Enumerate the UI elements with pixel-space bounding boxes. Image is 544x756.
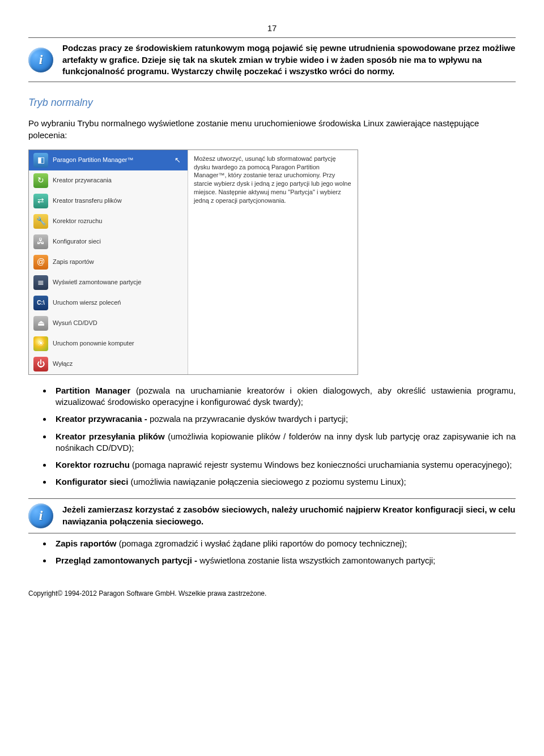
info-note-2: i Jeżeli zamierzasz korzystać z zasobów …	[28, 498, 516, 533]
list-item: Partition Manager (pozwala na uruchamian…	[52, 385, 516, 408]
page-number: 17	[28, 23, 516, 34]
info-note-1: i Podczas pracy ze środowiskiem ratunkow…	[28, 37, 516, 82]
cmd-icon: C:\	[33, 296, 48, 310]
eject-icon: ⏏	[33, 316, 48, 331]
intro-paragraph: Po wybraniu Trybu normalnego wyświetlone…	[28, 118, 516, 141]
menu-item-restore-wizard[interactable]: ↻ Kreator przywracania	[29, 170, 188, 191]
info-note-2-text: Jeżeli zamierzasz korzystać z zasobów si…	[62, 504, 516, 527]
menu-item-label: Zapis raportów	[53, 258, 94, 266]
menu-item-shutdown[interactable]: ⏻ Wyłącz	[29, 354, 188, 374]
menu-item-restart[interactable]: ☀ Uruchom ponownie komputer	[29, 334, 188, 354]
list-item: Zapis raportów (pomaga zgromadzić i wysł…	[52, 538, 516, 549]
list-item: Kreator przywracania - pozwala na przywr…	[52, 413, 516, 425]
info-icon: i	[28, 48, 53, 72]
menu-item-label: Uruchom wiersz poleceń	[53, 298, 121, 307]
menu-item-file-transfer[interactable]: ⇄ Kreator trasnsferu plików	[29, 191, 188, 211]
menu-item-label: Uruchom ponownie komputer	[53, 339, 134, 348]
network-icon: 🖧	[33, 234, 48, 249]
linux-menu-window: ◧ Paragon Partition Manager™ ↖ ↻ Kreator…	[28, 150, 358, 375]
menu-item-label: Paragon Partition Manager™	[53, 156, 133, 164]
menu-item-log-saver[interactable]: @ Zapis raportów	[29, 252, 188, 272]
restart-icon: ☀	[33, 336, 48, 351]
menu-item-label: Wysuń CD/DVD	[53, 319, 97, 327]
restore-icon: ↻	[33, 173, 48, 188]
menu-item-cmd[interactable]: C:\ Uruchom wiersz poleceń	[29, 293, 188, 313]
list-item: Kreator przesyłania plików (umożliwia ko…	[52, 431, 516, 454]
partition-manager-icon: ◧	[33, 153, 48, 168]
log-icon: @	[33, 255, 48, 270]
menu-item-partition-manager[interactable]: ◧ Paragon Partition Manager™ ↖	[29, 150, 188, 170]
menu-item-label: Kreator przywracania	[53, 176, 112, 185]
mounted-icon: ≣	[33, 275, 48, 290]
menu-item-label: Korektor rozruchu	[53, 217, 102, 225]
cursor-icon: ↖	[175, 155, 181, 165]
menu-item-network-config[interactable]: 🖧 Konfigurator sieci	[29, 232, 188, 252]
footer-copyright: Copyright© 1994-2012 Paragon Software Gm…	[28, 589, 516, 598]
file-transfer-icon: ⇄	[33, 194, 48, 208]
list-item: Przegląd zamontowanych partycji - wyświe…	[52, 555, 516, 566]
info-icon: i	[28, 503, 53, 528]
feature-list-1: Partition Manager (pozwala na uruchamian…	[28, 385, 516, 488]
list-item: Konfigurator sieci (umożliwia nawiązanie…	[52, 476, 516, 488]
boot-corrector-icon: 🔧	[33, 214, 48, 229]
menu-item-label: Wyłącz	[53, 360, 73, 368]
menu-item-label: Konfigurator sieci	[53, 237, 101, 246]
list-item: Korektor rozruchu (pomaga naprawić rejes…	[52, 459, 516, 471]
menu-item-eject[interactable]: ⏏ Wysuń CD/DVD	[29, 313, 188, 334]
menu-item-label: Kreator trasnsferu plików	[53, 197, 122, 205]
menu-item-view-mounted[interactable]: ≣ Wyświetl zamontowane partycje	[29, 272, 188, 293]
menu-item-label: Wyświetl zamontowane partycje	[53, 278, 141, 287]
section-heading: Tryb normalny	[28, 96, 516, 109]
feature-list-2: Zapis raportów (pomaga zgromadzić i wysł…	[28, 538, 516, 567]
shutdown-icon: ⏻	[33, 357, 48, 371]
menu-item-boot-corrector[interactable]: 🔧 Korektor rozruchu	[29, 211, 188, 232]
info-note-1-text: Podczas pracy ze środowiskiem ratunkowym…	[62, 42, 516, 77]
menu-left-panel: ◧ Paragon Partition Manager™ ↖ ↻ Kreator…	[29, 150, 188, 374]
menu-description-panel: Możesz utworzyć, usunąć lub sformatować …	[188, 150, 358, 374]
